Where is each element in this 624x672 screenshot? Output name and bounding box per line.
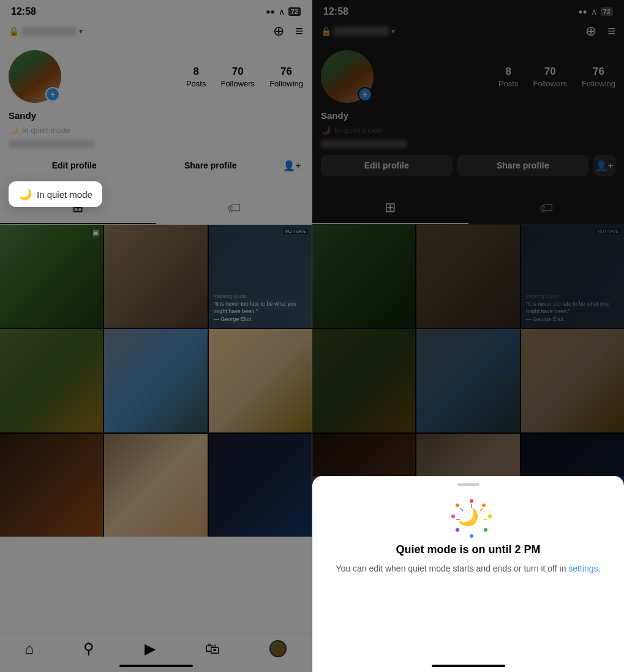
grid-cell-1[interactable]: ▣ [0, 225, 103, 328]
svg-point-2 [488, 515, 492, 518]
svg-point-1 [482, 504, 486, 507]
lock-icon: 🔒 [9, 26, 19, 36]
add-post-icon[interactable]: ⊕ [273, 23, 284, 39]
nav-profile-button[interactable] [269, 640, 287, 657]
edit-profile-button-right[interactable]: Edit profile [321, 155, 453, 176]
menu-icon[interactable]: ≡ [295, 23, 303, 39]
posts-count-right: 8 [505, 66, 511, 78]
followers-stat[interactable]: 70 Followers [220, 66, 255, 88]
grid-cell-r6[interactable] [521, 329, 624, 432]
wifi-icon-right: ∧ [591, 7, 597, 17]
edit-profile-button[interactable]: Edit profile [9, 155, 140, 176]
share-profile-button[interactable]: Share profile [145, 155, 277, 176]
posts-count: 8 [193, 66, 198, 78]
photo-grid-left: ▣ MOTIVATE Inspiring Quote "It is never … [0, 225, 312, 537]
quote-attribution: — George Eliot [214, 315, 307, 323]
grid-cell-r4[interactable] [312, 329, 415, 432]
following-label: Following [269, 79, 303, 88]
status-bar-left: 12:58 ●● ∧ 72 [0, 0, 312, 21]
add-to-story-button[interactable]: + [45, 87, 60, 102]
grid-cell-5[interactable] [104, 329, 207, 432]
avatar-wrapper-right: + [321, 50, 374, 103]
status-bar-right: 12:58 ●● ∧ 72 [312, 0, 624, 21]
quote-body: "It is never too late to be what you mig… [214, 300, 307, 315]
tooltip-label: In quiet mode [37, 189, 92, 200]
quiet-mode-tooltip: 🌙 In quiet mode [9, 181, 102, 207]
nav-right-right: ⊕ ≡ [585, 23, 615, 39]
username-blurred [21, 26, 77, 36]
sheet-body-text: You can edit when quiet mode starts and … [336, 564, 569, 573]
bio-blurred-right [321, 140, 407, 148]
svg-point-4 [470, 534, 473, 538]
action-buttons-right: Edit profile Share profile 👤+ [321, 155, 615, 176]
grid-cell-4[interactable] [0, 329, 103, 432]
sheet-body-suffix: . [598, 564, 601, 573]
grid-cell-r3[interactable]: MOTIVATE Inspiring Quote "It is never to… [521, 225, 624, 328]
grid-cell-9[interactable] [209, 434, 312, 537]
nav-home-button[interactable]: ⌂ [25, 640, 34, 657]
svg-point-6 [451, 515, 455, 518]
profile-top: + 8 Posts 70 Followers 76 Following [9, 50, 303, 103]
status-icons-left: ●● ∧ 72 [266, 7, 301, 17]
following-stat-right[interactable]: 76 Following [582, 66, 615, 88]
quiet-mode-text-right: In quiet mode [334, 126, 383, 135]
sheet-body: You can edit when quiet mode starts and … [336, 562, 601, 575]
add-person-icon: 👤+ [283, 160, 301, 172]
nav-reels-button[interactable]: ▶ [145, 640, 156, 657]
bio-text-blurred [9, 140, 94, 148]
grid-cell-2[interactable] [104, 225, 207, 328]
grid-cell-3[interactable]: MOTIVATE Inspiring Quote "It is never to… [209, 225, 312, 328]
time-left: 12:58 [11, 6, 36, 17]
home-indicator-left [119, 665, 193, 667]
posts-label: Posts [186, 79, 206, 88]
time-right: 12:58 [323, 6, 348, 17]
following-count-right: 76 [593, 66, 604, 78]
action-buttons: Edit profile Share profile 👤+ [9, 155, 303, 176]
quote-header-right: Inspiring Quote [526, 293, 619, 299]
tab-grid-right[interactable]: ⊞ [312, 192, 468, 224]
grid-cell-7[interactable] [0, 434, 103, 537]
followers-stat-right[interactable]: 70 Followers [533, 66, 567, 88]
following-count: 76 [280, 66, 292, 78]
grid-cell-r2[interactable] [416, 225, 519, 328]
svg-point-0 [470, 499, 473, 503]
grid-icon-right: ⊞ [385, 200, 396, 216]
battery-icon: 72 [288, 7, 301, 16]
tagged-icon: 🏷 [227, 200, 241, 216]
posts-stat-right[interactable]: 8 Posts [498, 66, 519, 88]
top-nav-right: 🔒 ▾ ⊕ ≡ [312, 21, 624, 44]
grid-cell-r1[interactable] [312, 225, 415, 328]
share-profile-button-right[interactable]: Share profile [457, 155, 589, 176]
posts-label-right: Posts [498, 79, 519, 88]
lock-icon-right: 🔒 [321, 26, 331, 36]
display-name: Sandy [9, 110, 303, 121]
following-stat[interactable]: 76 Following [269, 66, 303, 88]
video-indicator: ▣ [92, 228, 99, 237]
nav-shop-button[interactable]: 🛍 [205, 640, 220, 657]
posts-stat[interactable]: 8 Posts [186, 66, 206, 88]
quote-header: Inspiring Quote [214, 293, 307, 299]
add-to-story-button-right[interactable]: + [358, 87, 372, 102]
home-indicator-sheet [432, 665, 505, 667]
grid-cell-r5[interactable] [416, 329, 519, 432]
status-icons-right: ●● ∧ 72 [578, 7, 613, 17]
add-person-button[interactable]: 👤+ [281, 155, 303, 176]
tab-tagged-right[interactable]: 🏷 [468, 192, 625, 224]
menu-icon-right[interactable]: ≡ [607, 23, 615, 39]
nav-search-button[interactable]: ⚲ [83, 640, 94, 657]
grid-cell-6[interactable] [209, 329, 312, 432]
nav-right: ⊕ ≡ [273, 23, 303, 39]
add-post-icon-right[interactable]: ⊕ [585, 23, 596, 39]
content-tabs-right: ⊞ 🏷 [312, 192, 624, 225]
tab-tagged[interactable]: 🏷 [156, 192, 312, 224]
profile-section-right: + 8 Posts 70 Followers 76 Following Sand… [312, 44, 624, 192]
add-person-button-right[interactable]: 👤+ [593, 155, 615, 176]
display-name-right: Sandy [321, 110, 615, 121]
battery-icon-right: 72 [601, 7, 613, 16]
settings-link[interactable]: settings [568, 564, 598, 573]
tagged-icon-right: 🏷 [539, 200, 553, 216]
grid-cell-8[interactable] [104, 434, 207, 537]
profile-top-right: + 8 Posts 70 Followers 76 Following [321, 50, 615, 103]
sheet-drag-handle [457, 483, 479, 486]
quiet-mode-text-left: In quiet mode [22, 126, 70, 135]
